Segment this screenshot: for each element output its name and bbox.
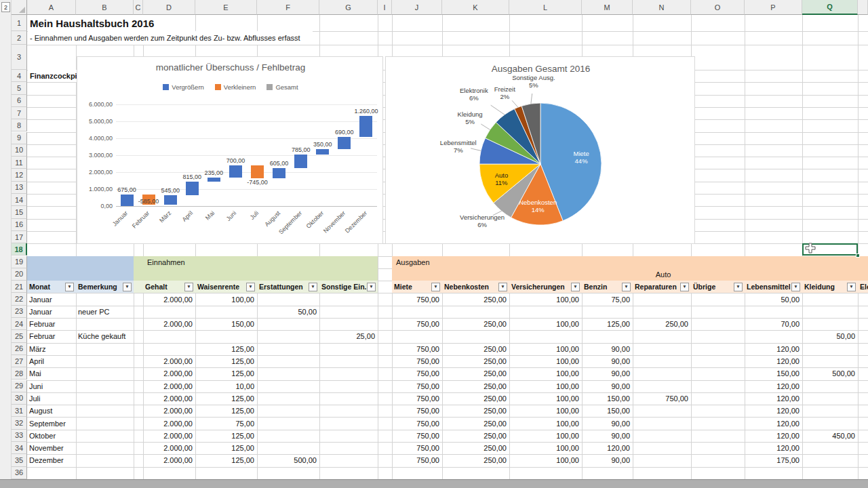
cell-K24[interactable]: 250,00 bbox=[442, 318, 509, 330]
cell-K22[interactable]: 250,00 bbox=[442, 293, 509, 305]
filter-button-D[interactable]: ▼ bbox=[184, 283, 193, 291]
cell-M30[interactable]: 150,00 bbox=[582, 392, 633, 405]
cell-P22[interactable]: 50,00 bbox=[745, 293, 802, 305]
row-header-18[interactable]: 18 bbox=[12, 243, 27, 256]
cell-J22[interactable]: 750,00 bbox=[392, 293, 442, 305]
filter-button-N[interactable]: ▼ bbox=[680, 283, 689, 291]
cell-A33[interactable]: Oktober bbox=[27, 430, 76, 442]
waterfall-bar-Mai[interactable] bbox=[208, 178, 220, 182]
cell-G25[interactable]: 25,00 bbox=[319, 330, 378, 342]
cell-E34[interactable]: 125,00 bbox=[195, 442, 257, 454]
cell-A28[interactable]: Mai bbox=[27, 367, 76, 380]
cell-B23[interactable]: neuer PC bbox=[76, 306, 134, 318]
cell-K33[interactable]: 250,00 bbox=[442, 430, 509, 442]
row-header-20[interactable]: 20 bbox=[12, 268, 27, 281]
cell-K29[interactable]: 250,00 bbox=[442, 380, 509, 392]
row-header-11[interactable]: 11 bbox=[12, 157, 27, 169]
cell-D24[interactable]: 2.000,00 bbox=[143, 318, 195, 330]
cell-M27[interactable]: 90,00 bbox=[582, 355, 633, 367]
cell-E26[interactable]: 125,00 bbox=[195, 343, 257, 355]
column-header-F[interactable]: F bbox=[257, 0, 319, 15]
row-header-8[interactable]: 8 bbox=[12, 119, 27, 131]
cell-D29[interactable]: 2.000,00 bbox=[143, 380, 195, 392]
cell-E29[interactable]: 10,00 bbox=[195, 380, 257, 392]
cell-E30[interactable]: 125,00 bbox=[195, 392, 257, 405]
row-header-9[interactable]: 9 bbox=[12, 132, 27, 144]
cell-D35[interactable]: 2.000,00 bbox=[143, 454, 195, 466]
cell-P31[interactable]: 120,00 bbox=[745, 405, 802, 417]
cell-P27[interactable]: 120,00 bbox=[745, 355, 802, 367]
cell-L29[interactable]: 100,00 bbox=[509, 380, 582, 392]
cell-P34[interactable]: 120,00 bbox=[745, 442, 802, 454]
cell-P24[interactable]: 70,00 bbox=[745, 318, 802, 330]
cell-A34[interactable]: November bbox=[27, 442, 76, 454]
cell-K35[interactable]: 250,00 bbox=[442, 454, 509, 466]
cell-L33[interactable]: 100,00 bbox=[509, 430, 582, 442]
filter-button-F[interactable]: ▼ bbox=[309, 283, 317, 291]
filter-button-J[interactable]: ▼ bbox=[431, 283, 440, 291]
cell-B25[interactable]: Küche gekauft bbox=[76, 330, 134, 342]
cell-L31[interactable]: 100,00 bbox=[509, 405, 582, 417]
column-header-Q[interactable]: Q bbox=[802, 0, 858, 15]
filter-button-P[interactable]: ▼ bbox=[791, 283, 800, 291]
cell-J35[interactable]: 750,00 bbox=[392, 454, 442, 466]
cell-M35[interactable]: 90,00 bbox=[582, 454, 633, 466]
column-header-L[interactable]: L bbox=[509, 0, 582, 15]
filter-button-K[interactable]: ▼ bbox=[498, 283, 507, 291]
cell-L35[interactable]: 100,00 bbox=[509, 454, 582, 466]
cell-A25[interactable]: Februar bbox=[27, 330, 76, 342]
row-header-23[interactable]: 23 bbox=[12, 306, 27, 318]
cell-J31[interactable]: 750,00 bbox=[392, 405, 442, 417]
cell-L24[interactable]: 100,00 bbox=[509, 318, 582, 330]
cell-K32[interactable]: 250,00 bbox=[442, 417, 509, 429]
cell-P32[interactable]: 120,00 bbox=[745, 417, 802, 429]
cell-P35[interactable]: 175,00 bbox=[745, 454, 802, 466]
cell-L27[interactable]: 100,00 bbox=[509, 355, 582, 367]
cell-P30[interactable]: 120,00 bbox=[745, 392, 802, 405]
cell-J24[interactable]: 750,00 bbox=[392, 318, 442, 330]
row-header-19[interactable]: 19 bbox=[12, 256, 27, 268]
cell-J29[interactable]: 750,00 bbox=[392, 380, 442, 392]
cell-P26[interactable]: 120,00 bbox=[745, 343, 802, 355]
row-header-16[interactable]: 16 bbox=[12, 219, 27, 231]
cell-J27[interactable]: 750,00 bbox=[392, 355, 442, 367]
cell-E24[interactable]: 150,00 bbox=[195, 318, 257, 330]
outline-level-button[interactable]: 2 bbox=[1, 2, 10, 12]
filter-button-E[interactable]: ▼ bbox=[246, 283, 255, 291]
cell-L30[interactable]: 100,00 bbox=[509, 392, 582, 405]
cell-A23[interactable]: Januar bbox=[27, 306, 76, 318]
cell-N30[interactable]: 750,00 bbox=[633, 392, 691, 405]
waterfall-bar-September[interactable] bbox=[294, 155, 307, 168]
cell-L26[interactable]: 100,00 bbox=[509, 343, 582, 355]
cell-K28[interactable]: 250,00 bbox=[442, 367, 509, 380]
cell-E28[interactable]: 125,00 bbox=[195, 367, 257, 380]
cell-E22[interactable]: 100,00 bbox=[195, 293, 257, 305]
filter-button-M[interactable]: ▼ bbox=[622, 283, 631, 291]
row-header-27[interactable]: 27 bbox=[12, 355, 27, 367]
cell-D32[interactable]: 2.000,00 bbox=[143, 417, 195, 429]
cell-A24[interactable]: Februar bbox=[27, 318, 76, 330]
row-header-29[interactable]: 29 bbox=[12, 380, 27, 392]
column-header-O[interactable]: O bbox=[691, 0, 745, 15]
cell-K34[interactable]: 250,00 bbox=[442, 442, 509, 454]
row-header-33[interactable]: 33 bbox=[12, 430, 27, 442]
cell-D22[interactable]: 2.000,00 bbox=[143, 293, 195, 305]
cell-M28[interactable]: 90,00 bbox=[582, 367, 633, 380]
cell-D33[interactable]: 2.000,00 bbox=[143, 430, 195, 442]
cell-K30[interactable]: 250,00 bbox=[442, 392, 509, 405]
cell-K27[interactable]: 250,00 bbox=[442, 355, 509, 367]
filter-button-G[interactable]: ▼ bbox=[367, 283, 376, 291]
cell-A30[interactable]: Juli bbox=[27, 392, 76, 405]
row-header-36[interactable]: 36 bbox=[12, 467, 27, 479]
cell-D30[interactable]: 2.000,00 bbox=[143, 392, 195, 405]
cell-M24[interactable]: 125,00 bbox=[582, 318, 633, 330]
cell-M29[interactable]: 90,00 bbox=[582, 380, 633, 392]
row-header-28[interactable]: 28 bbox=[12, 367, 27, 380]
cell-K31[interactable]: 250,00 bbox=[442, 405, 509, 417]
cell-L28[interactable]: 100,00 bbox=[509, 367, 582, 380]
column-header-E[interactable]: E bbox=[195, 0, 257, 15]
cell-J34[interactable]: 750,00 bbox=[392, 442, 442, 454]
filter-button-B[interactable]: ▼ bbox=[123, 283, 132, 291]
waterfall-bar-Juni[interactable] bbox=[229, 165, 242, 178]
waterfall-bar-August[interactable] bbox=[273, 168, 285, 178]
